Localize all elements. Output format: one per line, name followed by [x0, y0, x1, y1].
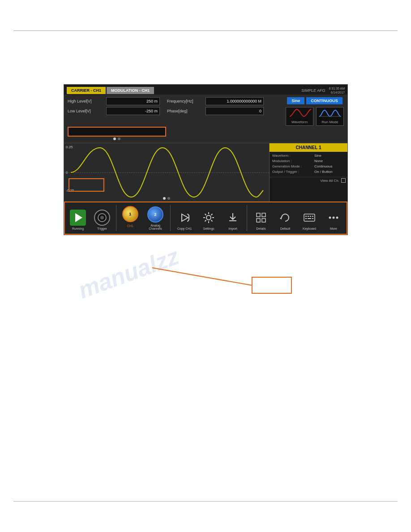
dot-1: [113, 137, 116, 140]
copy-button[interactable]: Copy CH1: [173, 205, 196, 231]
svg-rect-8: [305, 216, 307, 217]
phase-label: Phase[deg]: [167, 109, 203, 113]
orange-rect-waveform: [68, 178, 104, 192]
details-button[interactable]: Details: [250, 205, 272, 231]
top-rule: [13, 30, 398, 31]
ch-waveform-row: Waveform : Sine: [272, 154, 345, 158]
ch-output-row: Output / Trigger : On / Button: [272, 170, 345, 174]
high-level-label: High Level[V]: [68, 99, 103, 103]
high-level-input[interactable]: [106, 97, 160, 105]
params-right: Sine CONTINUOUS Waveform Run M: [286, 97, 344, 126]
time-display: 6:31:35 AM: [329, 86, 345, 90]
play-triangle: [75, 213, 82, 222]
ch-output-key: Output / Trigger :: [272, 170, 313, 174]
more-icon: [325, 210, 342, 226]
svg-line-18: [152, 268, 252, 285]
ch2-label: Analog Channels: [145, 224, 166, 230]
trigger-icon[interactable]: [94, 210, 110, 226]
copy-label: Copy CH1: [177, 227, 192, 230]
low-level-row: Low Level[V] Phase[deg]: [68, 107, 282, 115]
svg-rect-3: [257, 213, 260, 217]
sine-wave-svg: [64, 143, 269, 202]
ch2-button[interactable]: 2 Analog Channels: [143, 205, 167, 231]
more-button[interactable]: More: [322, 205, 345, 231]
waveform-dot-1: [163, 197, 166, 200]
svg-rect-9: [308, 216, 309, 217]
tab-modulation[interactable]: MODULATION - CH1: [107, 87, 154, 94]
phase-input[interactable]: [206, 107, 264, 115]
text-input-box[interactable]: [68, 127, 166, 137]
channel-info: CHANNEL 1 Waveform : Sine Modulation : N…: [269, 143, 347, 202]
more-label: More: [330, 227, 337, 230]
ch-waveform-key: Waveform :: [272, 154, 313, 158]
ch1-icon[interactable]: 1 CH1: [122, 206, 138, 222]
date-display: 6/14/2017: [329, 90, 345, 94]
divider-3: [247, 205, 247, 231]
keyboard-button[interactable]: Keyboard: [298, 205, 321, 231]
gear-svg: [201, 210, 216, 225]
svg-rect-13: [308, 218, 311, 219]
continuous-wave-icon: [318, 107, 342, 119]
app-name: SIMPLE AFG: [301, 88, 325, 93]
waveform-canvas: 0.25 0 -0.25: [64, 143, 269, 202]
default-svg: [278, 210, 292, 225]
view-all-checkbox[interactable]: [341, 178, 346, 183]
text-input-dots: [68, 137, 166, 141]
import-svg: [226, 210, 240, 225]
frequency-label: Frequency[Hz]: [167, 99, 203, 103]
running-label: Running: [72, 227, 84, 230]
settings-label: Settings: [203, 227, 214, 230]
runmode-button[interactable]: CONTINUOUS: [306, 97, 342, 104]
play-icon[interactable]: [70, 210, 86, 226]
runmode-icon-label: Run Mode: [322, 120, 338, 124]
default-button[interactable]: Default: [274, 205, 296, 231]
more-svg: [326, 210, 341, 225]
ch-modulation-row: Modulation : None: [272, 159, 345, 163]
trigger-inner: [98, 213, 107, 222]
running-button[interactable]: Running: [67, 205, 89, 231]
ch2-icon[interactable]: 2: [147, 206, 163, 223]
svg-rect-4: [262, 213, 265, 217]
frequency-input[interactable]: [206, 97, 264, 105]
keyboard-svg: [302, 210, 317, 225]
svg-rect-14: [312, 218, 313, 219]
default-icon: [277, 210, 293, 226]
params-area: High Level[V] Frequency[Hz] Low Level[V]…: [64, 94, 347, 127]
ch-genmode-row: Generation Mode : Continuous: [272, 164, 345, 168]
svg-rect-10: [310, 216, 311, 217]
settings-button[interactable]: Settings: [197, 205, 220, 231]
tab-bar-right: SIMPLE AFG 6:31:35 AM 6/14/2017: [301, 86, 345, 94]
ch1-button[interactable]: 1 CH1: [119, 205, 141, 231]
trigger-label: Trigger: [97, 227, 107, 230]
channel-rows: Waveform : Sine Modulation : None Genera…: [270, 152, 347, 177]
dot-2: [118, 137, 120, 140]
settings-icon: [201, 210, 217, 226]
toolbar: Running Trigger 1 CH1 2 Analog C: [64, 202, 347, 235]
low-level-input[interactable]: [106, 107, 160, 115]
runmode-icon-box[interactable]: Run Mode: [316, 107, 344, 126]
import-button[interactable]: Import: [222, 205, 244, 231]
tab-bar: CARRIER - CH1 MODULATION - CH1 SIMPLE AF…: [64, 85, 347, 94]
waveform-button[interactable]: Sine: [287, 97, 304, 104]
waveform-dots: [64, 197, 269, 200]
params-left: High Level[V] Frequency[Hz] Low Level[V]…: [68, 97, 282, 115]
import-label: Import: [228, 227, 237, 230]
svg-rect-11: [312, 216, 313, 217]
copy-icon: [176, 210, 193, 226]
instrument-panel: CARRIER - CH1 MODULATION - CH1 SIMPLE AF…: [64, 84, 348, 235]
low-level-label: Low Level[V]: [68, 109, 103, 113]
view-all-label: View All Ch.: [320, 179, 339, 183]
ch-modulation-key: Modulation :: [272, 159, 313, 163]
ch-modulation-val: None: [314, 159, 323, 163]
ch1-sublabel: CH1: [127, 224, 133, 227]
details-label: Details: [256, 227, 265, 230]
waveform-icon-box[interactable]: Waveform: [286, 107, 313, 126]
trigger-button[interactable]: Trigger: [91, 205, 113, 231]
channel-title: CHANNEL 1: [270, 143, 347, 152]
view-all-row: View All Ch.: [270, 177, 347, 184]
default-label: Default: [280, 227, 290, 230]
tab-carrier[interactable]: CARRIER - CH1: [67, 87, 106, 94]
bottom-rule: [13, 501, 398, 502]
keyboard-icon: [301, 210, 317, 226]
waveform-area: 0.25 0 -0.25 CHANNEL 1 Waveform : Sine: [64, 143, 347, 202]
